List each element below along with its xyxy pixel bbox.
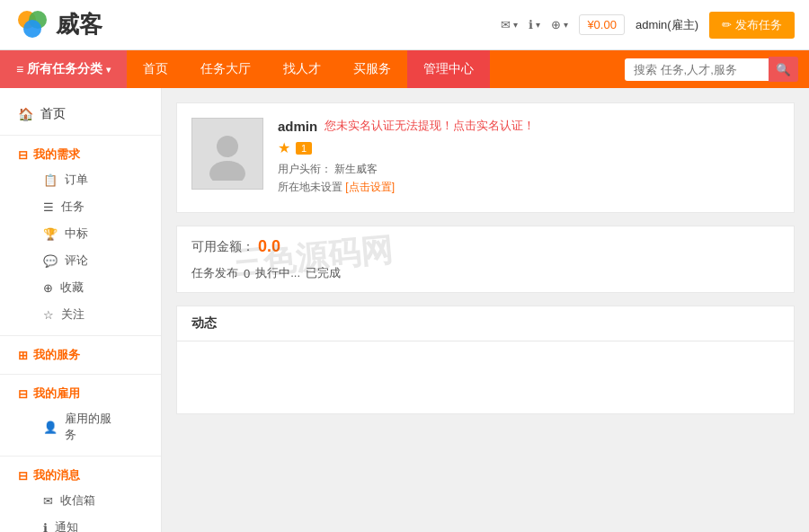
profile-card: admin 您未实名认证无法提现！点击实名认证！ ★ 1 用户头衔： 新生威客 … xyxy=(176,102,795,213)
section-my-service: ⊞ 我的服务 xyxy=(0,340,161,370)
profile-username: admin xyxy=(278,119,317,134)
sidebar-item-home[interactable]: 🏠 首页 xyxy=(0,97,161,131)
header-actions: ✉ ▾ ℹ ▾ ⊕ ▾ ¥0.00 admin(雇主) ✏ 发布任务 xyxy=(501,12,795,39)
nav-buy-service[interactable]: 买服务 xyxy=(337,50,407,88)
publish-task-button[interactable]: ✏ 发布任务 xyxy=(709,12,795,39)
location-row: 所在地未设置 [点击设置] xyxy=(278,180,779,195)
task-publish-label: 任务发布 xyxy=(191,265,238,281)
nav-all-tasks[interactable]: ≡ 所有任务分类 ▾ xyxy=(0,50,127,88)
follow-icon: ☆ xyxy=(43,308,54,322)
nav-management[interactable]: 管理中心 xyxy=(407,50,490,88)
balance-button[interactable]: ¥0.00 xyxy=(579,14,625,35)
plus-icon-1: ⊞ xyxy=(18,349,28,362)
sidebar-item-task[interactable]: ☰ 任务 xyxy=(18,193,143,220)
section-my-message: ⊟ 我的消息 ✉ 收信箱 ℹ 通知 xyxy=(0,460,161,532)
notification-icon: ℹ xyxy=(43,521,48,533)
balance-row: 可用金额： 0.0 xyxy=(191,237,779,256)
admin-user-button[interactable]: admin(雇主) xyxy=(636,17,698,33)
sidebar-item-employed-service[interactable]: 👤 雇用的服务 xyxy=(18,405,143,448)
profile-info: admin 您未实名认证无法提现！点击实名认证！ ★ 1 用户头衔： 新生威客 … xyxy=(278,118,779,198)
winning-icon: 🏆 xyxy=(43,227,58,241)
employ-icon: 👤 xyxy=(43,421,58,434)
collect-icon: ⊕ xyxy=(43,281,53,295)
home-icon: 🏠 xyxy=(18,107,33,121)
mail-caret: ▾ xyxy=(513,20,518,30)
mail-button[interactable]: ✉ ▾ xyxy=(501,18,518,31)
user-title-value: 新生威客 xyxy=(334,163,378,175)
mail-icon: ✉ xyxy=(501,18,511,31)
sidebar-item-collect[interactable]: ⊕ 收藏 xyxy=(18,274,143,301)
task-stats-row: 任务发布 0 执行中... 已完成 xyxy=(191,265,779,281)
logo-text: 威客 xyxy=(56,9,102,40)
divider-3 xyxy=(0,374,161,375)
svg-point-4 xyxy=(217,136,238,157)
nav-task-hall[interactable]: 任务大厅 xyxy=(184,50,267,88)
minus-icon-2: ⊟ xyxy=(18,387,28,401)
badge-row: ★ 1 xyxy=(278,139,779,156)
navbar: ≡ 所有任务分类 ▾ 首页 任务大厅 找人才 买服务 管理中心 🔍 xyxy=(0,50,809,88)
info-icon: ℹ xyxy=(529,18,533,31)
my-employ-title[interactable]: ⊟ 我的雇用 xyxy=(18,386,143,402)
location-label: 所在地未设置 xyxy=(278,181,342,193)
task-icon: ☰ xyxy=(43,200,54,214)
rss-button[interactable]: ⊕ ▾ xyxy=(551,18,568,31)
info-button[interactable]: ℹ ▾ xyxy=(529,18,540,31)
comment-icon: 💬 xyxy=(43,254,58,268)
divider-1 xyxy=(0,135,161,136)
header: 威客 ✉ ▾ ℹ ▾ ⊕ ▾ ¥0.00 admin(雇主) ✏ 发布任务 xyxy=(0,0,809,50)
rss-icon: ⊕ xyxy=(551,18,561,31)
task-extra2-label: 已完成 xyxy=(306,265,341,281)
balance-label: 可用金额： xyxy=(191,239,254,255)
avatar xyxy=(191,118,263,190)
main-container: 🏠 首页 ⊟ 我的需求 📋 订单 ☰ 任务 🏆 中标 💬 xyxy=(0,88,809,532)
order-icon: 📋 xyxy=(43,173,58,187)
sidebar-item-notification[interactable]: ℹ 通知 xyxy=(18,514,143,532)
my-needs-title[interactable]: ⊟ 我的需求 xyxy=(18,146,143,163)
sidebar-item-comment[interactable]: 💬 评论 xyxy=(18,247,143,274)
my-message-title[interactable]: ⊟ 我的消息 xyxy=(18,467,143,483)
star-icon: ★ xyxy=(278,139,290,156)
search-button[interactable]: 🔍 xyxy=(769,57,798,82)
section-my-needs: ⊟ 我的需求 📋 订单 ☰ 任务 🏆 中标 💬 评论 ⊕ 收藏 xyxy=(0,139,161,332)
level-badge: 1 xyxy=(296,142,312,155)
sidebar-item-follow[interactable]: ☆ 关注 xyxy=(18,301,143,328)
minus-icon-3: ⊟ xyxy=(18,469,28,483)
inbox-icon: ✉ xyxy=(43,494,53,508)
search-input[interactable] xyxy=(625,58,769,81)
user-title-row: 用户头衔： 新生威客 xyxy=(278,162,779,177)
location-link[interactable]: [点击设置] xyxy=(345,181,395,193)
dynamic-card: 动态 xyxy=(176,306,795,414)
svg-point-2 xyxy=(23,20,41,38)
nav-search-area: 🔍 xyxy=(625,57,798,82)
logo-icon xyxy=(14,7,50,43)
profile-alert: 您未实名认证无法提现！点击实名认证！ xyxy=(324,118,535,134)
nav-find-talent[interactable]: 找人才 xyxy=(267,50,337,88)
profile-name-row: admin 您未实名认证无法提现！点击实名认证！ xyxy=(278,118,779,134)
balance-value: 0.0 xyxy=(258,237,280,256)
stats-card: 可用金额： 0.0 任务发布 0 执行中... 已完成 三色源码网 xyxy=(176,226,795,293)
section-my-employ: ⊟ 我的雇用 👤 雇用的服务 xyxy=(0,378,161,452)
dynamic-header: 动态 xyxy=(177,306,794,341)
dynamic-body xyxy=(177,341,794,413)
sidebar: 🏠 首页 ⊟ 我的需求 📋 订单 ☰ 任务 🏆 中标 💬 xyxy=(0,88,162,532)
logo-area: 威客 xyxy=(14,7,501,43)
nav-home[interactable]: 首页 xyxy=(127,50,184,88)
avatar-image xyxy=(200,127,254,181)
content-area: admin 您未实名认证无法提现！点击实名认证！ ★ 1 用户头衔： 新生威客 … xyxy=(162,88,809,532)
pencil-icon: ✏ xyxy=(722,18,732,31)
my-service-title[interactable]: ⊞ 我的服务 xyxy=(18,347,143,363)
task-extra-label: 执行中... xyxy=(255,265,300,281)
divider-4 xyxy=(0,456,161,457)
nav-caret: ▾ xyxy=(106,65,111,75)
sidebar-item-inbox[interactable]: ✉ 收信箱 xyxy=(18,487,143,514)
menu-icon: ≡ xyxy=(16,62,23,76)
rss-caret: ▾ xyxy=(564,20,568,30)
sidebar-item-order[interactable]: 📋 订单 xyxy=(18,166,143,193)
search-icon: 🔍 xyxy=(776,63,791,76)
minus-icon: ⊟ xyxy=(18,148,28,162)
divider-2 xyxy=(0,335,161,336)
sidebar-item-winning[interactable]: 🏆 中标 xyxy=(18,220,143,247)
task-publish-value: 0 xyxy=(244,267,250,280)
info-caret: ▾ xyxy=(536,20,540,30)
user-title-label: 用户头衔： xyxy=(278,163,332,175)
